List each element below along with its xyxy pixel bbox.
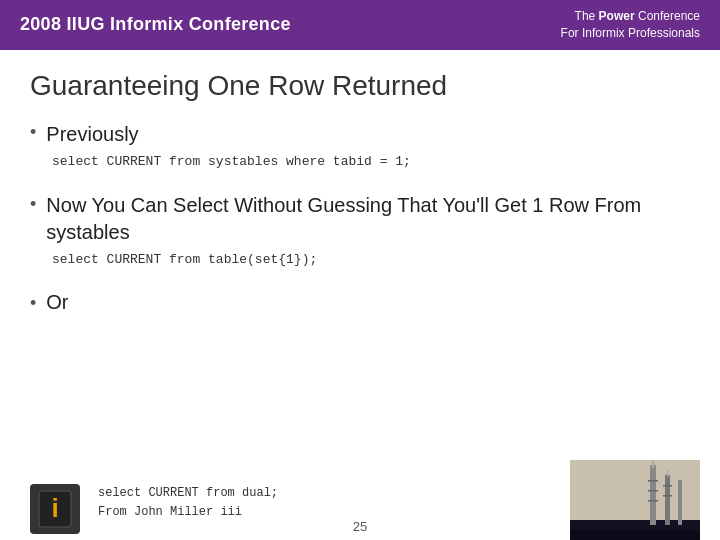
bullet-section-or: • Or [30, 291, 690, 318]
svg-rect-8 [678, 480, 682, 525]
svg-rect-14 [570, 530, 700, 540]
footer-logo: i [30, 484, 80, 534]
svg-rect-11 [648, 500, 658, 502]
code-block-now: select CURRENT from table(set{1}); [52, 250, 690, 271]
svg-rect-9 [648, 480, 658, 482]
tower-illustration [570, 460, 700, 540]
bullet-section-now: • Now You Can Select Without Guessing Th… [30, 192, 690, 281]
brand-prefix: The [575, 9, 599, 23]
svg-rect-10 [648, 490, 658, 492]
svg-rect-4 [650, 465, 656, 525]
bullet-label-now: Now You Can Select Without Guessing That… [46, 192, 690, 246]
slide-content: Guaranteeing One Row Returned • Previous… [0, 50, 720, 484]
bullet-section-previously: • Previously select CURRENT from systabl… [30, 120, 690, 183]
slide: 2008 IIUG Informix Conference The Power … [0, 0, 720, 540]
slide-footer: i select CURRENT from dual; From John Mi… [0, 484, 720, 540]
page-number: 25 [353, 519, 367, 534]
bullet-dot-2: • [30, 194, 36, 215]
bullet-item-now: • Now You Can Select Without Guessing Th… [30, 192, 690, 246]
footer-code-line1: select CURRENT from dual; [98, 484, 278, 503]
svg-rect-5 [652, 460, 654, 468]
svg-rect-7 [667, 470, 669, 477]
bullet-dot-1: • [30, 122, 36, 143]
svg-rect-12 [663, 485, 672, 487]
bullet-dot-3: • [30, 293, 36, 314]
bullet-label-previously: Previously [46, 120, 138, 148]
bullet-label-or: Or [46, 291, 68, 314]
brand-power: Power [599, 9, 635, 23]
code-block-previously: select CURRENT from systables where tabi… [52, 152, 690, 173]
footer-code-line2: From John Miller iii [98, 503, 278, 522]
conference-title: 2008 IIUG Informix Conference [20, 14, 291, 35]
brand-line2: For Informix Professionals [561, 25, 700, 42]
slide-header: 2008 IIUG Informix Conference The Power … [0, 0, 720, 50]
brand-info: The Power Conference For Informix Profes… [561, 8, 700, 42]
svg-text:i: i [51, 493, 58, 523]
footer-code-block: select CURRENT from dual; From John Mill… [98, 484, 278, 522]
svg-rect-13 [663, 495, 672, 497]
slide-title: Guaranteeing One Row Returned [30, 70, 690, 102]
brand-suffix: Conference [635, 9, 700, 23]
bullet-item-or: • Or [30, 291, 690, 314]
svg-rect-6 [665, 475, 670, 525]
bullet-item-previously: • Previously [30, 120, 690, 148]
